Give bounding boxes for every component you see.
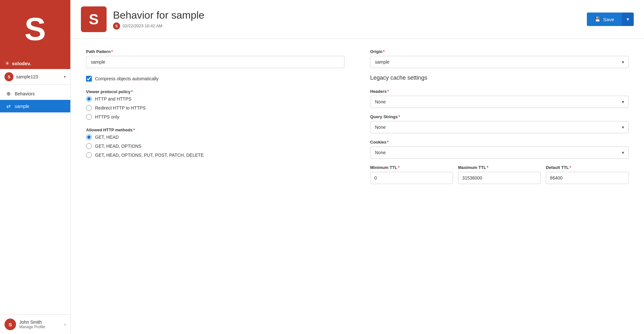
- sidebar: S ✳ solodev. S sample123 ▾ ⊕ Behaviors ⇄…: [0, 0, 71, 334]
- sidebar-brand: ✳ solodev.: [0, 58, 70, 69]
- form-right: Origin* sample Legacy cache settings Hea…: [370, 49, 629, 184]
- meta-avatar: S: [113, 22, 120, 30]
- viewer-protocol-label: Viewer protocol policy*: [86, 89, 344, 94]
- form-area: Path Pattern* Compress objects automatic…: [71, 39, 644, 194]
- max-ttl-input[interactable]: [458, 172, 541, 184]
- headers-group: Headers* None Whitelist: [370, 89, 629, 108]
- headers-select[interactable]: None Whitelist: [370, 96, 629, 108]
- query-strings-group: Query Strings* None All Whitelist: [370, 114, 629, 133]
- sidebar-item-behaviors[interactable]: ⊕ Behaviors: [0, 87, 70, 100]
- radio-http-https[interactable]: [86, 96, 92, 102]
- legacy-cache-title: Legacy cache settings: [370, 75, 629, 81]
- cookies-select[interactable]: None All Whitelist: [370, 146, 629, 159]
- compress-checkbox-row: Compress objects automatically: [86, 76, 344, 82]
- ttl-row: Minimum TTL* Maximum TTL* Default TTL*: [370, 165, 629, 184]
- radio-label-http-https: HTTP and HTTPS: [95, 96, 131, 101]
- query-strings-label: Query Strings*: [370, 114, 629, 119]
- radio-row-get-head: GET, HEAD: [86, 134, 344, 140]
- workspace-selector[interactable]: S sample123 ▾: [0, 69, 70, 85]
- viewer-protocol-group: Viewer protocol policy* HTTP and HTTPS R…: [86, 89, 344, 120]
- sidebar-item-sample[interactable]: ⇄ sample: [0, 100, 70, 112]
- sample-icon: ⇄: [5, 103, 12, 109]
- sidebar-item-label: Behaviors: [15, 91, 35, 96]
- workspace-avatar: S: [4, 72, 13, 81]
- headers-label: Headers*: [370, 89, 629, 94]
- allowed-http-label: Allowed HTTP methods*: [86, 127, 344, 132]
- timestamp: 02/22/2023 10:42 AM: [123, 23, 162, 28]
- form-left: Path Pattern* Compress objects automatic…: [86, 49, 344, 184]
- main-content: S Behavior for sample S 02/22/2023 10:42…: [71, 0, 644, 334]
- headers-select-wrapper: None Whitelist: [370, 96, 629, 108]
- default-ttl-label: Default TTL*: [546, 165, 629, 170]
- cookies-group: Cookies* None All Whitelist: [370, 140, 629, 159]
- chevron-down-icon: ▾: [64, 75, 66, 79]
- page-title: Behavior for sample: [113, 9, 587, 21]
- arrow-right-icon: ›: [64, 322, 66, 327]
- brand-name: solodev.: [12, 61, 31, 66]
- query-strings-select-wrapper: None All Whitelist: [370, 121, 629, 133]
- compress-label: Compress objects automatically: [95, 76, 159, 81]
- chevron-down-icon: ▾: [627, 16, 629, 22]
- user-profile-footer[interactable]: S John Smith Manage Profile ›: [0, 314, 70, 334]
- default-ttl-input[interactable]: [546, 172, 629, 184]
- page-header: S Behavior for sample S 02/22/2023 10:42…: [71, 0, 644, 39]
- default-ttl-field: Default TTL*: [546, 165, 629, 184]
- sidebar-nav: ⊕ Behaviors ⇄ sample: [0, 85, 70, 314]
- header-meta: S 02/22/2023 10:42 AM: [113, 22, 587, 30]
- sidebar-logo-area: S: [0, 0, 70, 58]
- radio-https-only[interactable]: [86, 114, 92, 120]
- radio-label-get-head-options: GET, HEAD, OPTIONS: [95, 144, 142, 149]
- origin-select-wrapper: sample: [370, 56, 629, 68]
- max-ttl-label: Maximum TTL*: [458, 165, 541, 170]
- radio-label-get-head: GET, HEAD: [95, 135, 119, 140]
- origin-label: Origin*: [370, 49, 629, 54]
- behaviors-icon: ⊕: [5, 91, 12, 97]
- allowed-http-radio-group: GET, HEAD GET, HEAD, OPTIONS GET, HEAD, …: [86, 134, 344, 158]
- solodev-icon: ✳: [5, 60, 9, 66]
- legacy-cache-section: Legacy cache settings: [370, 75, 629, 83]
- min-ttl-label: Minimum TTL*: [370, 165, 453, 170]
- manage-profile-link[interactable]: Manage Profile: [19, 325, 61, 329]
- sidebar-logo-letter: S: [24, 13, 46, 45]
- header-icon: S: [81, 6, 107, 32]
- viewer-protocol-radio-group: HTTP and HTTPS Redirect HTTP to HTTPS HT…: [86, 96, 344, 120]
- path-pattern-label: Path Pattern*: [86, 49, 344, 54]
- radio-row-get-head-options-all: GET, HEAD, OPTIONS, PUT, POST, PATCH, DE…: [86, 152, 344, 158]
- save-button[interactable]: 💾 Save: [587, 13, 622, 26]
- query-strings-select[interactable]: None All Whitelist: [370, 121, 629, 133]
- max-ttl-field: Maximum TTL*: [458, 165, 541, 184]
- save-icon: 💾: [595, 16, 601, 22]
- save-label: Save: [603, 17, 614, 22]
- header-actions: 💾 Save ▾: [587, 13, 634, 26]
- compress-checkbox[interactable]: [86, 76, 92, 82]
- cookies-select-wrapper: None All Whitelist: [370, 146, 629, 159]
- sidebar-item-label: sample: [15, 104, 29, 109]
- radio-get-head-options[interactable]: [86, 143, 92, 149]
- origin-select[interactable]: sample: [370, 56, 629, 68]
- min-ttl-input[interactable]: [370, 172, 453, 184]
- radio-label-redirect: Redirect HTTP to HTTPS: [95, 105, 146, 110]
- allowed-http-group: Allowed HTTP methods* GET, HEAD GET, HEA…: [86, 127, 344, 158]
- header-info: Behavior for sample S 02/22/2023 10:42 A…: [113, 9, 587, 30]
- save-dropdown-button[interactable]: ▾: [622, 13, 634, 26]
- radio-get-head-options-all[interactable]: [86, 152, 92, 158]
- radio-get-head[interactable]: [86, 134, 92, 140]
- radio-row-get-head-options: GET, HEAD, OPTIONS: [86, 143, 344, 149]
- path-pattern-input[interactable]: [86, 56, 344, 68]
- radio-label-get-head-options-all: GET, HEAD, OPTIONS, PUT, POST, PATCH, DE…: [95, 153, 204, 158]
- origin-group: Origin* sample: [370, 49, 629, 68]
- radio-redirect[interactable]: [86, 105, 92, 111]
- path-pattern-group: Path Pattern*: [86, 49, 344, 68]
- user-avatar: S: [4, 319, 16, 330]
- cookies-label: Cookies*: [370, 140, 629, 145]
- workspace-name: sample123: [16, 74, 64, 79]
- radio-row-http-https: HTTP and HTTPS: [86, 96, 344, 102]
- radio-label-https-only: HTTPS only: [95, 114, 119, 119]
- min-ttl-field: Minimum TTL*: [370, 165, 453, 184]
- radio-row-redirect: Redirect HTTP to HTTPS: [86, 105, 344, 111]
- radio-row-https-only: HTTPS only: [86, 114, 344, 120]
- user-name: John Smith: [19, 320, 61, 325]
